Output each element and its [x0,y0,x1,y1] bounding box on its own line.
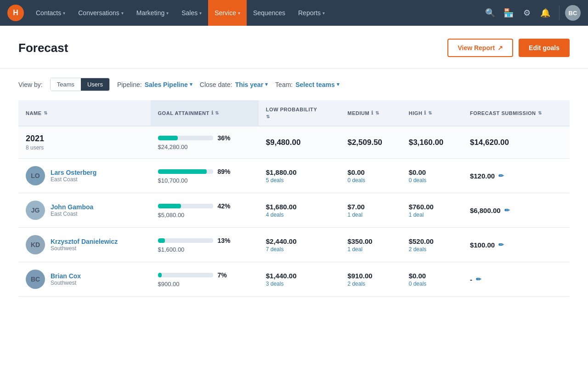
table-row: LO Lars Osterberg East Coast 89% $10,700… [18,159,570,193]
user-name-link[interactable]: Lars Osterberg [51,169,96,176]
sort-icon[interactable]: ⇅ [428,110,432,115]
group-name-cell: 2021 8 users [18,126,151,159]
view-report-button[interactable]: View Report ↗ [447,39,513,57]
forecast-amount: $6,800.00 [470,207,501,214]
avatar: JG [26,201,45,220]
medium-deals[interactable]: 1 deal [347,212,394,218]
goal-pct: 7% [218,271,227,279]
progress-bar-fill [158,169,207,174]
user-team: Southwest [51,245,118,252]
user-low-cell: $1,440.00 3 deals [259,262,340,297]
avatar[interactable]: BC [565,5,581,21]
user-medium-cell: $0.00 0 deals [340,159,401,193]
forecast-table: NAME ⇅ GOAL ATTAINMENT ℹ ⇅ LOW PRO [18,100,570,297]
sort-icon[interactable]: ⇅ [44,110,48,115]
chevron-down-icon: ▾ [322,11,325,16]
progress-bar-fill [158,238,165,243]
page-content: Forecast View Report ↗ Edit goals View b… [0,26,588,368]
edit-icon[interactable]: ✏ [498,172,504,179]
goal-pct: 89% [218,168,231,175]
table-group-row: 2021 8 users 36% $24,280.00 $9,48 [18,126,570,159]
settings-button[interactable]: ⚙ [519,5,535,21]
high-amount: $0.00 [409,272,455,280]
user-forecast-cell: $6,800.00 ✏ [463,193,570,228]
close-date-dropdown[interactable]: This year ▾ [235,81,268,88]
user-high-cell: $0.00 0 deals [401,159,463,193]
high-deals[interactable]: 0 deals [409,177,455,184]
forecast-amount: $120.00 [470,172,495,180]
high-deals[interactable]: 1 deal [409,212,455,218]
view-users-button[interactable]: Users [81,78,109,91]
chevron-down-icon: ▾ [190,81,192,87]
high-deals[interactable]: 0 deals [409,281,455,287]
user-name-link[interactable]: Krzysztof Danielewicz [51,238,118,245]
low-deals[interactable]: 4 deals [266,212,333,218]
edit-icon[interactable]: ✏ [476,276,481,283]
avatar: LO [26,166,45,185]
nav-contacts[interactable]: Contacts ▾ [29,0,72,26]
search-button[interactable]: 🔍 [482,5,498,21]
low-deals[interactable]: 7 deals [266,246,333,253]
user-low-cell: $1,880.00 5 deals [259,159,340,193]
hubspot-logo[interactable]: H [7,5,24,21]
goal-pct: 13% [218,237,231,244]
user-name-cell: KD Krzysztof Danielewicz Southwest [18,228,151,262]
user-medium-cell: $910.00 2 deals [340,262,401,297]
view-teams-button[interactable]: Teams [51,78,81,91]
edit-icon[interactable]: ✏ [504,207,510,214]
user-forecast-cell: - ✏ [463,262,570,297]
user-name-cell: BC Brian Cox Southwest [18,262,151,297]
user-team: East Coast [51,211,93,217]
info-icon[interactable]: ℹ [424,110,426,116]
low-deals[interactable]: 5 deals [266,177,333,184]
external-link-icon: ↗ [498,44,503,52]
nav-links: Contacts ▾ Conversations ▾ Marketing ▾ S… [29,0,482,26]
nav-sequences[interactable]: Sequences [247,0,292,26]
forecast-amount: $100.00 [470,241,495,249]
user-medium-cell: $7.00 1 deal [340,193,401,228]
medium-deals[interactable]: 2 deals [347,281,394,287]
info-icon[interactable]: ℹ [371,110,373,116]
medium-deals[interactable]: 0 deals [347,177,394,184]
nav-sales[interactable]: Sales ▾ [175,0,208,26]
high-deals[interactable]: 2 deals [409,246,455,253]
col-name: NAME ⇅ [18,100,151,126]
col-low-probability: LOW PROBABILITY ⇅ [259,100,340,126]
group-high-cell: $3,160.00 [401,126,463,159]
sort-icon[interactable]: ⇅ [215,110,219,115]
avatar: BC [26,270,45,289]
nav-reports[interactable]: Reports ▾ [292,0,331,26]
edit-goals-button[interactable]: Edit goals [519,39,570,57]
user-name-link[interactable]: Brian Cox [51,272,81,280]
medium-amount: $0.00 [347,168,394,176]
user-name-cell: JG John Gamboa East Coast [18,193,151,228]
nav-marketing[interactable]: Marketing ▾ [130,0,175,26]
page-title: Forecast [18,41,68,55]
filter-bar: View by: Teams Users Pipeline: Sales Pip… [0,69,588,100]
medium-deals[interactable]: 1 deal [347,246,394,253]
goal-amount: $5,080.00 [158,212,251,218]
top-navigation: H Contacts ▾ Conversations ▾ Marketing ▾… [0,0,588,26]
user-name-link[interactable]: John Gamboa [51,203,93,211]
low-deals[interactable]: 3 deals [266,281,333,287]
progress-bar-fill [158,204,181,208]
medium-amount: $7.00 [347,203,394,211]
col-forecast-submission: FORECAST SUBMISSION ⇅ [463,100,570,126]
high-amount: $0.00 [409,168,455,176]
goal-amount: $900.00 [158,281,251,288]
sort-icon[interactable]: ⇅ [266,114,270,119]
user-medium-cell: $350.00 1 deal [340,228,401,262]
notifications-button[interactable]: 🔔 [537,5,554,21]
goal-pct: 42% [218,202,231,210]
nav-service[interactable]: Service ▾ [208,0,247,26]
nav-conversations[interactable]: Conversations ▾ [72,0,130,26]
team-dropdown[interactable]: Select teams ▾ [295,81,339,88]
sort-icon[interactable]: ⇅ [375,110,379,115]
user-name-cell: LO Lars Osterberg East Coast [18,159,151,193]
marketplace-button[interactable]: 🏪 [500,5,517,21]
sort-icon[interactable]: ⇅ [538,110,542,115]
info-icon[interactable]: ℹ [211,110,214,116]
edit-icon[interactable]: ✏ [498,241,504,248]
page-header: Forecast View Report ↗ Edit goals [0,26,588,69]
pipeline-dropdown[interactable]: Sales Pipeline ▾ [145,81,192,88]
